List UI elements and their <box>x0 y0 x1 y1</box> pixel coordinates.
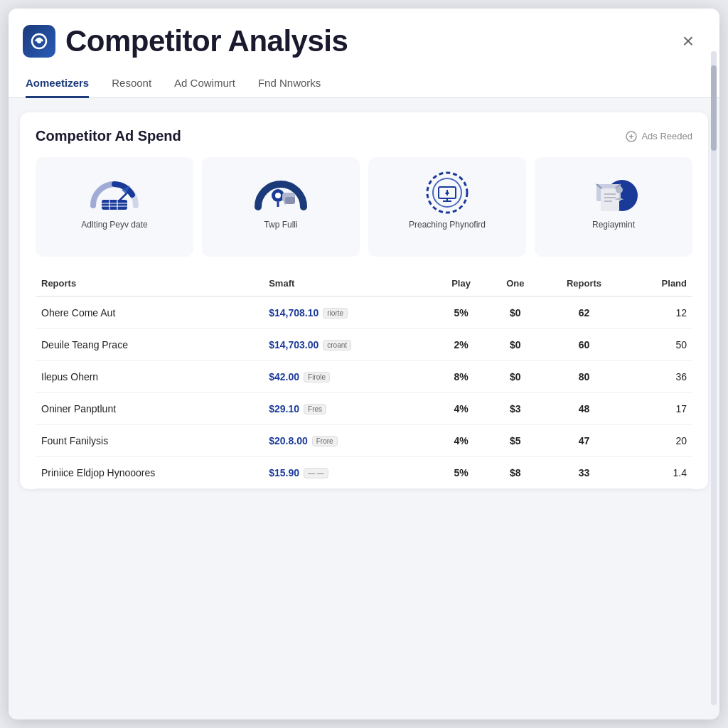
cell-reports: 48 <box>542 393 626 425</box>
cell-pct: 5% <box>434 296 489 329</box>
cell-name: Ohere Come Aut <box>36 296 263 329</box>
cell-reports: 47 <box>542 425 626 457</box>
cell-pland: 20 <box>626 425 692 457</box>
tab-ad-cowimurt[interactable]: Ad Cowimurt <box>174 70 235 98</box>
cell-amount: $20.8.00 Frore <box>263 425 434 457</box>
cell-pct: 8% <box>434 361 489 393</box>
metric-label-twp: Twp Fulli <box>264 220 297 231</box>
card-header: Competitor Ad Spend Ads Reeded <box>36 128 692 144</box>
cell-pland: 17 <box>626 393 692 425</box>
col-header-one: One <box>488 271 542 296</box>
metric-label-preaching: Preaching Phynofird <box>409 220 486 231</box>
svg-rect-4 <box>102 200 127 210</box>
cell-name: Priniice Eldjop Hynooores <box>36 457 263 489</box>
metric-label-regiaymint: Regiaymint <box>592 220 635 231</box>
col-header-smaft: Smaft <box>263 271 434 296</box>
table-row: Deuile Teang Prace$14,703.00 croant2%$06… <box>36 329 692 361</box>
table-row: Ohere Come Aut$14,708.10 riorte5%$06212 <box>36 296 692 329</box>
svg-point-27 <box>616 186 623 193</box>
cell-amount: $15.90 — — <box>263 457 434 489</box>
competitor-ad-spend-card: Competitor Ad Spend Ads Reeded <box>20 112 708 489</box>
cell-one: $0 <box>488 296 542 329</box>
cell-amount: $14,708.10 riorte <box>263 296 434 329</box>
metric-icon-adlting <box>86 170 143 213</box>
cell-reports: 60 <box>542 329 626 361</box>
cell-pct: 4% <box>434 425 489 457</box>
cell-one: $0 <box>488 329 542 361</box>
cell-pland: 36 <box>626 361 692 393</box>
main-content: Competitor Ad Spend Ads Reeded <box>9 98 719 503</box>
scrollbar[interactable] <box>711 51 717 705</box>
cell-one: $8 <box>488 457 542 489</box>
cell-pct: 2% <box>434 329 489 361</box>
card-title: Competitor Ad Spend <box>36 128 181 144</box>
ads-reeded[interactable]: Ads Reeded <box>626 131 692 142</box>
metric-label-adlting: Adlting Peyv date <box>81 220 147 231</box>
metric-regiaymint: Regiaymint <box>535 157 692 257</box>
metric-twp: Twp Fulli <box>202 157 360 257</box>
tab-aomeetizers[interactable]: Aomeetizers <box>26 70 89 98</box>
table-row: Oniner Panptlunt$29.10 Fres4%$34817 <box>36 393 692 425</box>
page-title: Competitor Analysis <box>65 24 348 58</box>
tab-resoont[interactable]: Resoont <box>112 70 151 98</box>
svg-rect-14 <box>285 197 295 204</box>
cell-one: $5 <box>488 425 542 457</box>
cell-one: $0 <box>488 361 542 393</box>
cell-one: $3 <box>488 393 542 425</box>
metric-icon-preaching <box>419 170 476 213</box>
cell-amount: $14,703.00 croant <box>263 329 434 361</box>
svg-point-10 <box>275 193 281 198</box>
settings-icon <box>626 131 637 142</box>
cell-pland: 1.4 <box>626 457 692 489</box>
col-header-reports: Reports <box>36 271 263 296</box>
cell-amount: $29.10 Fres <box>263 393 434 425</box>
col-header-reports2: Reports <box>542 271 626 296</box>
cell-pct: 5% <box>434 457 489 489</box>
title-bar: Competitor Analysis × Aomeetizers Resoon… <box>9 9 719 97</box>
metrics-row: Adlting Peyv date <box>36 157 692 257</box>
col-header-pland: Pland <box>626 271 692 296</box>
metric-preaching: Preaching Phynofird <box>368 157 526 257</box>
table-row: Ilepus Ohern$42.00 Firole8%$08036 <box>36 361 692 393</box>
cell-reports: 62 <box>542 296 626 329</box>
cell-name: Oniner Panptlunt <box>36 393 263 425</box>
main-window: Competitor Analysis × Aomeetizers Resoon… <box>9 9 719 719</box>
cell-pland: 50 <box>626 329 692 361</box>
col-header-play: Play <box>434 271 489 296</box>
metric-adlting: Adlting Peyv date <box>36 157 193 257</box>
svg-point-1 <box>37 39 41 43</box>
tab-bar: Aomeetizers Resoont Ad Cowimurt Fnd Nnwo… <box>23 70 700 97</box>
table-row: Priniice Eldjop Hynooores$15.90 — —5%$83… <box>36 457 692 489</box>
cell-name: Ilepus Ohern <box>36 361 263 393</box>
table-row: Fount Fanilysis$20.8.00 Frore4%$54720 <box>36 425 692 457</box>
cell-amount: $42.00 Firole <box>263 361 434 393</box>
cell-name: Fount Fanilysis <box>36 425 263 457</box>
cell-reports: 80 <box>542 361 626 393</box>
tab-fnd-nnworks[interactable]: Fnd Nnworks <box>258 70 321 98</box>
metric-icon-regiaymint <box>585 170 642 213</box>
cell-pland: 12 <box>626 296 692 329</box>
metric-icon-twp <box>252 170 309 213</box>
cell-reports: 33 <box>542 457 626 489</box>
app-logo <box>23 25 55 58</box>
cell-pct: 4% <box>434 393 489 425</box>
close-button[interactable]: × <box>677 28 700 54</box>
cell-name: Deuile Teang Prace <box>36 329 263 361</box>
scrollbar-thumb[interactable] <box>711 65 717 151</box>
data-table: Reports Smaft Play One Reports Pland Ohe… <box>36 271 692 489</box>
